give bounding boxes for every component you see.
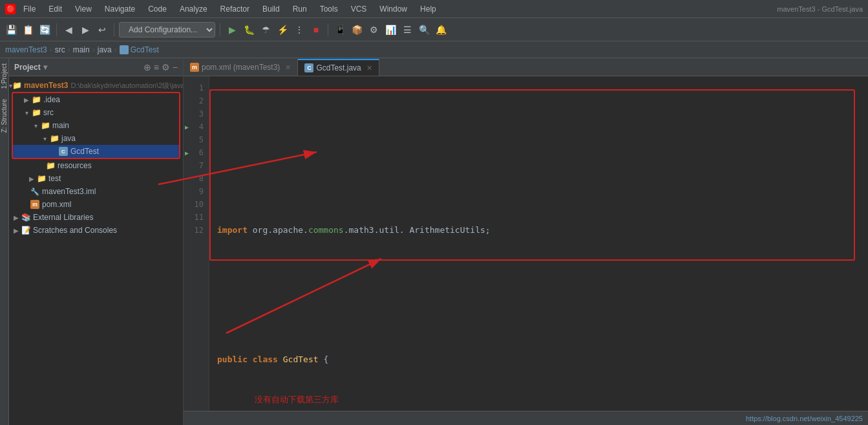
- panel-actions: ⊕ ≡ ⚙ −: [143, 62, 178, 72]
- project-panel: Project ▾ ⊕ ≡ ⚙ − ▾ 📁 mavenTest3 D:\bak\…: [9, 58, 184, 425]
- ln-1: 1: [184, 82, 209, 94]
- breadcrumb: mavenTest3 › src › main › java › C GcdTe…: [0, 41, 868, 58]
- layout-button[interactable]: ☰: [400, 23, 414, 37]
- menu-analyze[interactable]: Analyze: [177, 3, 210, 15]
- search-button[interactable]: 🔍: [417, 23, 431, 37]
- bc-sep-4: ›: [114, 45, 117, 54]
- tree-ext-libs[interactable]: ▶ 📚 External Libraries: [9, 211, 183, 224]
- tab-pom[interactable]: m pom.xml (mavenTest3) ✕: [184, 59, 298, 76]
- ln-3: 3: [184, 107, 209, 120]
- back-button[interactable]: ◀: [61, 23, 76, 37]
- profile-button[interactable]: ⚡: [275, 23, 290, 37]
- main-folder-icon: 📁: [40, 120, 50, 131]
- root-folder-icon: 📁: [12, 80, 22, 91]
- side-panel: 1:Project Z: Structure: [0, 58, 9, 425]
- side-tab-structure[interactable]: Z: Structure: [0, 94, 9, 138]
- locate-button[interactable]: ⊕: [143, 62, 151, 72]
- idea-arrow: ▶: [22, 96, 31, 104]
- refresh-button[interactable]: 🔄: [37, 23, 52, 37]
- ext-icon: 📚: [21, 212, 31, 223]
- run-button[interactable]: ▶: [225, 23, 239, 37]
- bottom-bar: https://blog.csdn.net/weixin_4549225: [184, 411, 868, 425]
- menu-view[interactable]: View: [72, 3, 94, 15]
- src-label: src: [43, 108, 54, 117]
- git-button[interactable]: 📊: [383, 23, 397, 37]
- side-tab-project[interactable]: 1:Project: [0, 58, 9, 94]
- run-with-coverage-button[interactable]: ☂: [259, 23, 273, 37]
- ln-9: 9: [184, 185, 209, 198]
- blog-url[interactable]: https://blog.csdn.net/weixin_4549225: [746, 415, 863, 422]
- ln-11: 11: [184, 211, 209, 224]
- menu-code[interactable]: Code: [145, 3, 169, 15]
- bc-file[interactable]: C GcdTest: [120, 45, 159, 54]
- tree-gcdtest[interactable]: C GcdTest: [13, 145, 179, 158]
- ln-5: 5: [184, 133, 209, 146]
- java-dir-arrow: ▾: [40, 135, 49, 142]
- run-triangle-4: ▶: [185, 124, 189, 131]
- tree-root[interactable]: ▾ 📁 mavenTest3 D:\bak\skydrive\automatio…: [9, 79, 183, 92]
- menu-refactor[interactable]: Refactor: [218, 3, 252, 15]
- gcdtest-icon: C: [58, 146, 69, 157]
- project-label: Project: [14, 63, 41, 72]
- menu-build[interactable]: Build: [260, 3, 282, 15]
- ext-label: External Libraries: [33, 213, 93, 222]
- resources-icon: 📁: [45, 160, 56, 171]
- tree-idea[interactable]: ▶ 📁 .idea: [13, 93, 179, 106]
- gcdtest-label: GcdTest: [70, 147, 99, 156]
- project-dropdown-arrow[interactable]: ▾: [43, 63, 47, 72]
- config-dropdown[interactable]: Add Configuration...: [119, 22, 215, 38]
- menu-window[interactable]: Window: [377, 3, 410, 15]
- device-button[interactable]: 📱: [333, 23, 347, 37]
- scratches-label: Scratches and Consoles: [33, 226, 117, 235]
- menu-file[interactable]: File: [21, 3, 38, 15]
- ext-arrow: ▶: [12, 214, 21, 221]
- revert-button[interactable]: ↩: [95, 23, 109, 37]
- menu-vcs[interactable]: VCS: [348, 3, 370, 15]
- debug-button[interactable]: 🐛: [242, 23, 256, 37]
- forward-button[interactable]: ▶: [78, 23, 92, 37]
- editor-tabs: m pom.xml (mavenTest3) ✕ C GcdTest.java …: [184, 58, 868, 76]
- bc-project[interactable]: mavenTest3: [5, 45, 47, 54]
- tab-gcdtest[interactable]: C GcdTest.java ✕: [298, 59, 379, 76]
- code-content[interactable]: import org.apache.commons.math3.util. Ar…: [209, 76, 868, 411]
- sync-button[interactable]: 📋: [21, 23, 35, 37]
- pom-tab-close[interactable]: ✕: [285, 63, 291, 72]
- menu-tools[interactable]: Tools: [317, 3, 341, 15]
- tree-resources[interactable]: 📁 resources: [9, 159, 183, 172]
- collapse-button[interactable]: ≡: [154, 62, 159, 72]
- idea-label: .idea: [43, 95, 60, 104]
- toolbar-sep-4: [328, 23, 328, 36]
- tree-java-dir[interactable]: ▾ 📁 java: [13, 132, 179, 145]
- menu-edit[interactable]: Edit: [46, 3, 65, 15]
- more-run-button[interactable]: ⋮: [292, 23, 306, 37]
- tree-main[interactable]: ▾ 📁 main: [13, 119, 179, 132]
- bc-src[interactable]: src: [55, 45, 65, 54]
- project-tree: ▾ 📁 mavenTest3 D:\bak\skydrive\automatio…: [9, 76, 183, 425]
- terminal-button[interactable]: ⚙: [366, 23, 381, 37]
- menu-help[interactable]: Help: [418, 3, 439, 15]
- settings-button[interactable]: ⚙: [162, 62, 170, 72]
- pom-tab-icon: m: [190, 63, 199, 72]
- stop-button[interactable]: ■: [309, 23, 323, 37]
- iml-icon: 🔧: [30, 186, 40, 197]
- tree-iml[interactable]: 🔧 mavenTest3.iml: [9, 185, 183, 198]
- save-button[interactable]: 💾: [4, 23, 18, 37]
- code-editor: 1 2 3 ▶ 4 5 ▶ 6 7 8 9 10 11 12: [184, 76, 868, 411]
- menu-navigate[interactable]: Navigate: [102, 3, 138, 15]
- window-title: mavenTest3 - GcdTest.java: [777, 5, 863, 13]
- menu-run[interactable]: Run: [290, 3, 310, 15]
- bc-java[interactable]: java: [98, 45, 112, 54]
- ln-8: 8: [184, 172, 209, 185]
- close-panel-button[interactable]: −: [173, 62, 178, 72]
- tree-scratches[interactable]: ▶ 📝 Scratches and Consoles: [9, 224, 183, 237]
- ln-10: 10: [184, 198, 209, 211]
- sdk-button[interactable]: 📦: [350, 23, 364, 37]
- tree-test[interactable]: ▶ 📁 test: [9, 172, 183, 185]
- update-button[interactable]: 🔔: [434, 23, 448, 37]
- iml-label: mavenTest3.iml: [42, 187, 96, 196]
- tree-src[interactable]: ▾ 📁 src: [13, 106, 179, 119]
- bc-main[interactable]: main: [73, 45, 90, 54]
- gcdtest-tab-close[interactable]: ✕: [366, 64, 372, 72]
- tree-pom[interactable]: m pom.xml: [9, 198, 183, 211]
- test-folder-icon: 📁: [36, 173, 47, 184]
